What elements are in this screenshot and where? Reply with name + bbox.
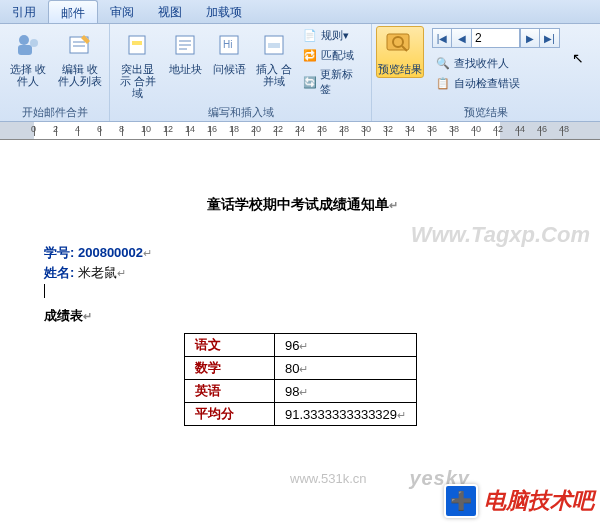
svg-point-0	[19, 35, 29, 45]
insert-field-icon	[258, 29, 290, 61]
record-navigator: |◀ ◀ ▶ ▶|	[432, 28, 560, 48]
insert-merge-field-button[interactable]: 插入 合并域	[253, 26, 295, 90]
match-icon: 🔁	[302, 47, 318, 63]
address-block-button[interactable]: 地址块	[166, 26, 206, 78]
record-number-input[interactable]	[472, 28, 520, 48]
edit-recipients-button[interactable]: 编辑 收件人列表	[56, 26, 104, 90]
table-row: 语文96↵	[185, 334, 417, 357]
tab-mailings[interactable]: 邮件	[48, 0, 98, 23]
student-id-row: 学号: 200800002↵	[44, 244, 560, 262]
group-start-merge: 选择 收件人 编辑 收件人列表 开始邮件合并	[0, 24, 110, 121]
table-row: 数学80↵	[185, 357, 417, 380]
highlight-icon	[122, 29, 154, 61]
cursor-line	[44, 284, 560, 301]
name-label: 姓名:	[44, 265, 74, 280]
group-write-insert: 突出显示 合并域 地址块 Hi 问候语 插入 合并域 📄规则 ▾ 🔁匹配域 🔄更…	[110, 24, 372, 121]
name-value: 米老鼠	[78, 265, 117, 280]
first-record-button[interactable]: |◀	[432, 28, 452, 48]
svg-rect-7	[132, 41, 142, 45]
auto-check-errors-button[interactable]: 📋自动检查错误	[432, 74, 560, 92]
svg-rect-1	[18, 45, 32, 55]
greeting-icon: Hi	[213, 29, 245, 61]
score-table: 语文96↵ 数学80↵ 英语98↵ 平均分91.3333333333329↵	[184, 333, 417, 426]
id-label: 学号:	[44, 245, 74, 260]
edit-list-icon	[64, 29, 96, 61]
tab-references[interactable]: 引用	[0, 0, 48, 23]
doc-title: 童话学校期中考试成绩通知单↵	[44, 196, 560, 214]
group-preview-results: 预览结果 |◀ ◀ ▶ ▶| 🔍查找收件人 📋自动检查错误 预览结果	[372, 24, 600, 121]
group-title-preview: 预览结果	[376, 104, 596, 121]
document-canvas[interactable]: 童话学校期中考试成绩通知单↵ 学号: 200800002↵ 姓名: 米老鼠↵ 成…	[0, 140, 600, 524]
student-name-row: 姓名: 米老鼠↵	[44, 264, 560, 282]
select-recipients-button[interactable]: 选择 收件人	[4, 26, 52, 90]
search-icon: 🔍	[435, 55, 451, 71]
last-record-button[interactable]: ▶|	[540, 28, 560, 48]
check-icon: 📋	[435, 75, 451, 91]
magnifier-icon	[384, 29, 416, 61]
group-title-write: 编写和插入域	[114, 104, 367, 121]
tab-addins[interactable]: 加载项	[194, 0, 254, 23]
address-icon	[169, 29, 201, 61]
ribbon-tabs: 引用 邮件 审阅 视图 加载项	[0, 0, 600, 24]
update-labels-button[interactable]: 🔄更新标签	[299, 66, 367, 98]
scores-heading: 成绩表↵	[44, 307, 560, 325]
preview-results-button[interactable]: 预览结果	[376, 26, 424, 78]
id-value: 200800002	[78, 245, 143, 260]
rules-icon: 📄	[302, 27, 318, 43]
highlight-merge-button[interactable]: 突出显示 合并域	[114, 26, 162, 102]
find-recipient-button[interactable]: 🔍查找收件人	[432, 54, 560, 72]
tab-review[interactable]: 审阅	[98, 0, 146, 23]
match-fields-button[interactable]: 🔁匹配域	[299, 46, 367, 64]
svg-rect-15	[268, 43, 280, 48]
svg-text:Hi: Hi	[223, 39, 232, 50]
prev-record-button[interactable]: ◀	[452, 28, 472, 48]
greeting-line-button[interactable]: Hi 问候语	[209, 26, 249, 78]
rules-button[interactable]: 📄规则 ▾	[299, 26, 367, 44]
ribbon: 选择 收件人 编辑 收件人列表 开始邮件合并 突出显示 合并域 地址块 Hi 问…	[0, 24, 600, 122]
svg-point-2	[30, 39, 38, 47]
next-record-button[interactable]: ▶	[520, 28, 540, 48]
table-row: 平均分91.3333333333329↵	[185, 403, 417, 426]
table-row: 英语98↵	[185, 380, 417, 403]
refresh-icon: 🔄	[302, 74, 318, 90]
horizontal-ruler[interactable]: 0246810121416182022242628303234363840424…	[0, 122, 600, 140]
tab-view[interactable]: 视图	[146, 0, 194, 23]
group-title-start: 开始邮件合并	[4, 104, 105, 121]
people-icon	[12, 29, 44, 61]
